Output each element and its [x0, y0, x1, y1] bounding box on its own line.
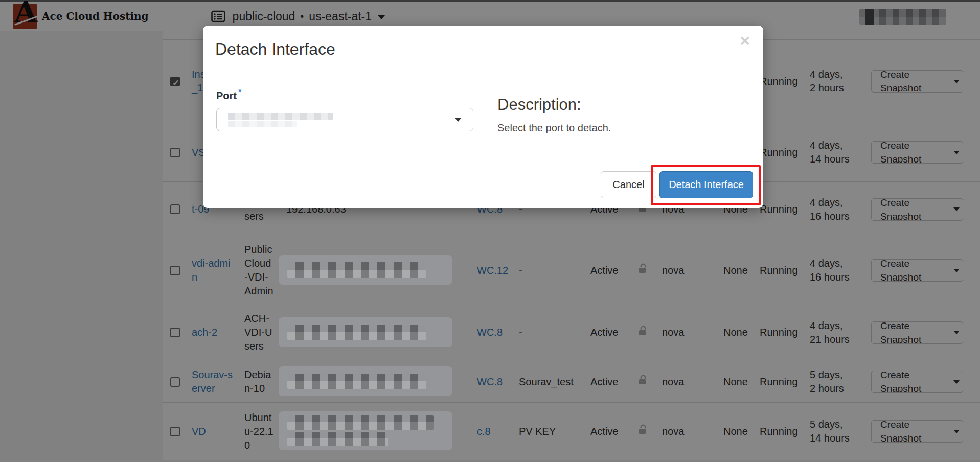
- port-label: Port*: [216, 87, 487, 102]
- close-icon[interactable]: ×: [740, 32, 750, 49]
- cancel-button[interactable]: Cancel: [601, 171, 656, 198]
- caret-down-icon: [454, 118, 462, 122]
- redaction-band: [279, 255, 452, 285]
- dialog-body: Port* Description: Select the port to de…: [203, 74, 763, 134]
- dialog-header: Detach Interface: [203, 26, 763, 74]
- redaction-band: [279, 317, 452, 347]
- detach-interface-button[interactable]: Detach Interface: [659, 171, 753, 198]
- port-value-redacted: [228, 113, 333, 120]
- dialog-title: Detach Interface: [215, 40, 751, 59]
- detach-interface-dialog: × Detach Interface Port* Description: Se…: [203, 26, 763, 208]
- description-heading: Description:: [497, 96, 611, 114]
- port-select[interactable]: [216, 108, 473, 131]
- redaction-band: [279, 411, 452, 450]
- redaction-band: [279, 366, 452, 396]
- required-asterisk: *: [238, 87, 242, 97]
- description-text: Select the port to detach.: [497, 122, 611, 134]
